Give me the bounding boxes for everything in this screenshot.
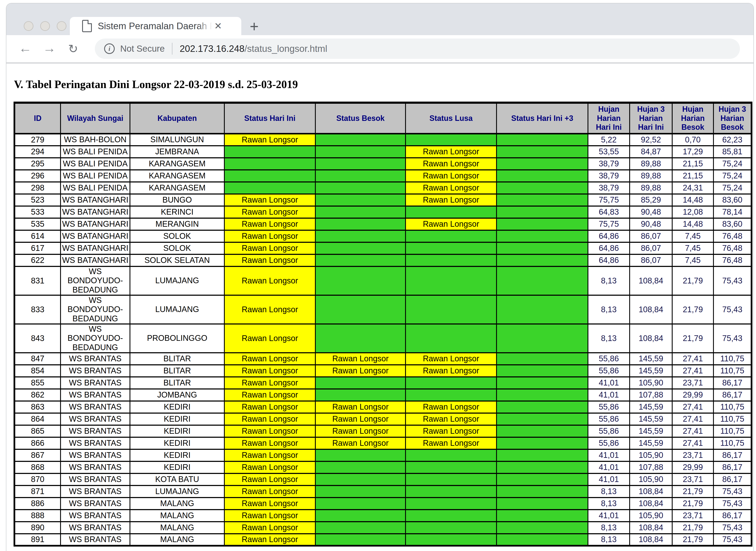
cell-hujan-harian-hari-ini: 8,13 [588, 534, 630, 546]
cell-hujan-harian-hari-ini: 64,83 [588, 206, 630, 218]
cell-id: 867 [14, 449, 61, 461]
cell-hujan-3harian-besok: 62,23 [713, 133, 752, 146]
cell-status-hari-ini-3 [497, 522, 588, 534]
cell-status-besok: Rawan Longsor [315, 365, 406, 377]
cell-status-hari-ini: Rawan Longsor [224, 218, 315, 230]
browser-tab[interactable]: Sistem Peramalan Daerah Rawa ✕ [70, 17, 241, 35]
cell-hujan-harian-hari-ini: 75,75 [588, 218, 630, 230]
cell-kabupaten: LUMAJANG [130, 266, 224, 295]
cell-kabupaten: BUNGO [130, 194, 224, 206]
cell-hujan-harian-hari-ini: 55,86 [588, 437, 630, 449]
cell-hujan-harian-hari-ini: 41,01 [588, 449, 630, 461]
cell-status-lusa: Rawan Longsor [406, 170, 497, 182]
cell-hujan-harian-besok: 21,15 [672, 158, 713, 170]
cell-status-hari-ini: Rawan Longsor [224, 353, 315, 365]
cell-hujan-harian-besok: 7,45 [672, 230, 713, 242]
cell-status-lusa [406, 497, 497, 510]
cell-wilayah-sungai: WS BRANTAS [61, 437, 130, 449]
cell-status-besok [315, 133, 406, 146]
col-header-id: ID [14, 103, 61, 133]
url-text: 202.173.16.248/status_longsor.html [180, 43, 327, 54]
table-row: 864WS BRANTASKEDIRIRawan LongsorRawan Lo… [14, 413, 752, 425]
cell-hujan-harian-besok: 21,79 [672, 266, 713, 295]
back-icon[interactable]: ← [19, 41, 32, 55]
cell-wilayah-sungai: WS BRANTAS [61, 353, 130, 365]
col-header-status-hari-ini-3: Status Hari Ini +3 [497, 103, 588, 133]
table-row: 294WS BALI PENIDAJEMBRANARawan Longsor53… [14, 146, 752, 158]
cell-hujan-3harian-hari-ini: 85,29 [630, 194, 672, 206]
cell-status-lusa: Rawan Longsor [406, 182, 497, 194]
forward-icon[interactable]: → [43, 41, 56, 55]
cell-hujan-harian-besok: 27,41 [672, 353, 713, 365]
cell-hujan-3harian-hari-ini: 89,88 [630, 182, 672, 194]
col-header-status-besok: Status Besok [315, 103, 406, 133]
cell-kabupaten: LUMAJANG [130, 295, 224, 324]
cell-hujan-3harian-besok: 110,75 [713, 365, 752, 377]
cell-status-besok: Rawan Longsor [315, 425, 406, 437]
close-window-button[interactable] [24, 21, 33, 31]
cell-status-hari-ini-3 [497, 266, 588, 295]
cell-status-besok [315, 158, 406, 170]
cell-status-besok [315, 218, 406, 230]
cell-status-hari-ini-3 [497, 242, 588, 254]
cell-status-hari-ini: Rawan Longsor [224, 266, 315, 295]
cell-status-lusa [406, 324, 497, 353]
cell-hujan-3harian-besok: 110,75 [713, 401, 752, 413]
cell-hujan-harian-hari-ini: 64,86 [588, 242, 630, 254]
tab-strip: Sistem Peramalan Daerah Rawa ✕ + [6, 3, 753, 35]
cell-hujan-3harian-hari-ini: 105,90 [630, 510, 672, 522]
cell-status-lusa: Rawan Longsor [406, 413, 497, 425]
cell-kabupaten: PROBOLINGGO [130, 324, 224, 353]
new-tab-icon[interactable]: + [250, 19, 259, 33]
cell-hujan-harian-besok: 21,79 [672, 522, 713, 534]
cell-wilayah-sungai: WS BONDOYUDO-BEDADUNG [61, 266, 130, 295]
cell-wilayah-sungai: WS BRANTAS [61, 485, 130, 497]
cell-hujan-3harian-besok: 110,75 [713, 413, 752, 425]
table-row: 891WS BRANTASMALANGRawan Longsor8,13108,… [14, 534, 752, 546]
cell-status-hari-ini-3 [497, 365, 588, 377]
cell-kabupaten: KEDIRI [130, 425, 224, 437]
cell-hujan-harian-hari-ini: 55,86 [588, 413, 630, 425]
cell-status-hari-ini-3 [497, 353, 588, 365]
cell-status-besok [315, 497, 406, 510]
cell-status-besok [315, 324, 406, 353]
cell-status-lusa [406, 473, 497, 485]
cell-hujan-3harian-hari-ini: 108,84 [630, 534, 672, 546]
cell-status-hari-ini-3 [497, 473, 588, 485]
zoom-window-button[interactable] [57, 21, 66, 31]
cell-status-hari-ini-3 [497, 401, 588, 413]
cell-status-besok [315, 485, 406, 497]
cell-status-hari-ini-3 [497, 158, 588, 170]
cell-hujan-harian-hari-ini: 53,55 [588, 146, 630, 158]
site-info-icon[interactable]: i [104, 43, 115, 54]
table-row: 614WS BATANGHARISOLOKRawan Longsor64,868… [14, 230, 752, 242]
cell-kabupaten: KEDIRI [130, 461, 224, 473]
table-row: 867WS BRANTASKEDIRIRawan Longsor41,01105… [14, 449, 752, 461]
col-header-wilayah-sungai: Wilayah Sungai [61, 103, 130, 133]
cell-id: 868 [14, 461, 61, 473]
cell-hujan-harian-besok: 0,70 [672, 133, 713, 146]
cell-hujan-harian-besok: 23,71 [672, 449, 713, 461]
cell-kabupaten: KEDIRI [130, 437, 224, 449]
cell-id: 617 [14, 242, 61, 254]
address-bar[interactable]: i Not Secure 202.173.16.248/status_longs… [95, 39, 740, 59]
cell-wilayah-sungai: WS BONDOYUDO-BEDADUNG [61, 324, 130, 353]
reload-icon[interactable]: ↻ [68, 42, 78, 56]
cell-id: 614 [14, 230, 61, 242]
cell-kabupaten: KARANGASEM [130, 158, 224, 170]
minimize-window-button[interactable] [40, 21, 50, 31]
cell-wilayah-sungai: WS BATANGHARI [61, 230, 130, 242]
cell-hujan-harian-besok: 7,45 [672, 242, 713, 254]
close-tab-icon[interactable]: ✕ [214, 21, 222, 31]
tab-title: Sistem Peramalan Daerah Rawa [98, 21, 212, 31]
cell-hujan-harian-hari-ini: 41,01 [588, 510, 630, 522]
cell-status-hari-ini-3 [497, 295, 588, 324]
cell-status-besok: Rawan Longsor [315, 413, 406, 425]
cell-hujan-3harian-besok: 75,43 [713, 534, 752, 546]
browser-window: Sistem Peramalan Daerah Rawa ✕ + ← → ↻ i… [6, 3, 754, 551]
cell-status-besok [315, 194, 406, 206]
cell-status-besok [315, 295, 406, 324]
cell-status-lusa: Rawan Longsor [406, 353, 497, 365]
table-body: 279WS BAH-BOLONSIMALUNGUNRawan Longsor5,… [14, 133, 752, 546]
cell-wilayah-sungai: WS BRANTAS [61, 377, 130, 389]
